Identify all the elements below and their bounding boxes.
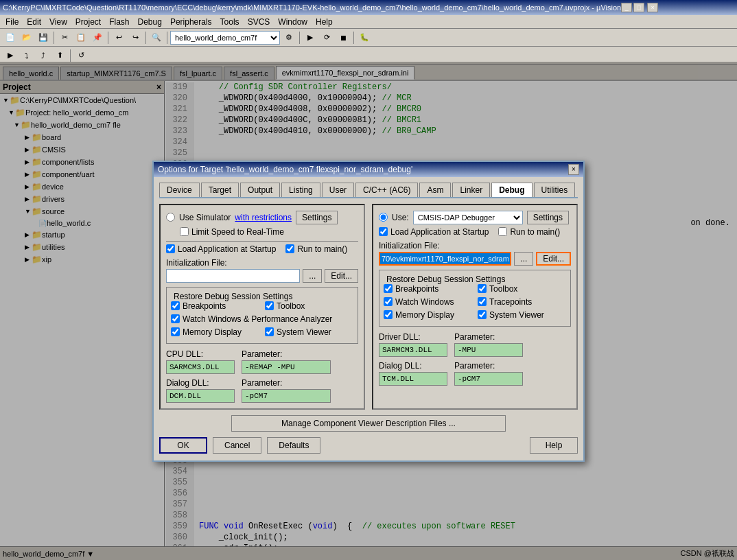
run-to-main-check-left[interactable] <box>285 244 294 253</box>
simulator-radio-row: Use Simulator with restrictions Settings <box>166 211 358 224</box>
maximize-button[interactable]: □ <box>633 3 644 12</box>
toolbox-check-right[interactable] <box>478 284 487 293</box>
menu-svcs[interactable]: SVCS <box>244 16 274 28</box>
debugger-settings-button[interactable]: Settings <box>527 211 569 224</box>
new-file-button[interactable]: 📄 <box>3 30 18 45</box>
init-file-edit-right[interactable]: Edit... <box>536 252 571 266</box>
load-app-row-right: Load Application at Startup Run to main(… <box>379 227 571 237</box>
tcm-param-input[interactable] <box>454 372 523 386</box>
load-app-check-left[interactable] <box>166 244 175 253</box>
minimize-button[interactable]: _ <box>621 3 632 12</box>
undo-button[interactable]: ↩ <box>111 30 126 45</box>
build-button[interactable]: ▶ <box>303 30 318 45</box>
simulator-radio[interactable] <box>166 213 175 222</box>
reset-button[interactable]: ↺ <box>73 48 89 63</box>
stop-button[interactable]: ⏹ <box>336 30 351 45</box>
system-viewer-check-right[interactable] <box>478 310 487 319</box>
paste-button[interactable]: 📌 <box>90 30 105 45</box>
tab-cxx-ac6[interactable]: C/C++ (AC6) <box>355 183 418 197</box>
dialog-dll-input-left[interactable] <box>166 389 235 403</box>
cancel-button[interactable]: Cancel <box>213 437 261 454</box>
breakpoints-check-right[interactable] <box>384 284 393 293</box>
tab-linker[interactable]: Linker <box>452 183 490 197</box>
ok-button[interactable]: OK <box>159 437 207 454</box>
init-file-dots-right[interactable]: ... <box>514 252 533 266</box>
dialog-param-input-left[interactable] <box>242 389 331 403</box>
cpu-param-input[interactable] <box>242 360 331 374</box>
simulator-label: Use Simulator <box>179 213 231 222</box>
driver-param-col: Parameter: <box>454 332 523 357</box>
menu-help[interactable]: Help <box>312 16 337 28</box>
save-button[interactable]: 💾 <box>36 30 51 45</box>
sep1 <box>54 32 54 44</box>
menu-tools[interactable]: Tools <box>216 16 244 28</box>
step-out-button[interactable]: ⬆ <box>52 48 67 63</box>
driver-param-input[interactable] <box>454 343 523 357</box>
tab-debug[interactable]: Debug <box>491 183 532 197</box>
init-file-dots-left[interactable]: ... <box>303 269 322 283</box>
restrictions-link[interactable]: with restrictions <box>235 213 292 222</box>
restore-section-right: Restore Debug Session Settings Breakpoin… <box>379 270 571 327</box>
simulator-settings-button[interactable]: Settings <box>296 211 338 224</box>
menu-peripherals[interactable]: Peripherals <box>166 16 216 28</box>
memory-display-check-right[interactable] <box>384 310 393 319</box>
watch-windows-label-right: Watch Windows <box>395 297 454 307</box>
breakpoints-row-left: Breakpoints <box>171 301 259 311</box>
menu-view[interactable]: View <box>45 16 71 28</box>
defaults-button[interactable]: Defaults <box>267 437 320 454</box>
tab-utilities[interactable]: Utilities <box>534 183 576 197</box>
memory-display-check-left[interactable] <box>171 327 180 336</box>
menu-debug[interactable]: Debug <box>134 16 166 28</box>
tcm-dll-input[interactable] <box>379 372 447 386</box>
sep7 <box>70 49 71 62</box>
debugger-combo[interactable]: CMSIS-DAP Debugger <box>413 211 523 224</box>
driver-dll-input[interactable] <box>379 343 447 357</box>
system-viewer-row-right: System Viewer <box>478 310 566 320</box>
close-button[interactable]: × <box>647 3 658 12</box>
tab-output[interactable]: Output <box>240 183 280 197</box>
init-file-input-left[interactable] <box>166 269 300 283</box>
menu-project[interactable]: Project <box>71 16 105 28</box>
watch-windows-check-right[interactable] <box>384 297 393 306</box>
step-button[interactable]: ⤵ <box>19 48 34 63</box>
help-button[interactable]: Help <box>530 437 578 454</box>
tab-user[interactable]: User <box>322 183 354 197</box>
manage-component-button[interactable]: Manage Component Viewer Description File… <box>231 415 506 432</box>
cpu-dll-input[interactable] <box>166 360 235 374</box>
tracepoints-check-right[interactable] <box>478 297 487 306</box>
find-button[interactable]: 🔍 <box>149 30 164 45</box>
tab-asm[interactable]: Asm <box>419 183 451 197</box>
rebuild-button[interactable]: ⟳ <box>319 30 334 45</box>
tab-listing[interactable]: Listing <box>281 183 320 197</box>
cut-button[interactable]: ✂ <box>57 30 72 45</box>
limit-speed-label: Limit Speed to Real-Time <box>191 227 284 237</box>
menu-flash[interactable]: Flash <box>105 16 133 28</box>
title-bar-buttons[interactable]: _ □ × <box>621 3 658 12</box>
system-viewer-check-left[interactable] <box>265 327 274 336</box>
menu-edit[interactable]: Edit <box>23 16 45 28</box>
run-to-main-check-right[interactable] <box>498 227 507 236</box>
use-label: Use: <box>392 213 409 222</box>
dialog-close-button[interactable]: × <box>568 164 579 175</box>
tab-device[interactable]: Device <box>159 183 200 197</box>
run-button[interactable]: ▶ <box>3 48 18 63</box>
init-file-edit-left[interactable]: Edit... <box>325 269 358 283</box>
debug-start-button[interactable]: 🐛 <box>357 30 372 45</box>
options-button[interactable]: ⚙ <box>281 30 296 45</box>
breakpoints-check-left[interactable] <box>171 301 180 310</box>
limit-speed-check[interactable] <box>180 227 189 236</box>
tab-target[interactable]: Target <box>201 183 239 197</box>
menu-file[interactable]: File <box>1 16 23 28</box>
init-file-input-right[interactable] <box>379 252 511 266</box>
open-file-button[interactable]: 📂 <box>19 30 34 45</box>
load-app-check-right[interactable] <box>379 227 388 236</box>
target-combo[interactable]: hello_world_demo_cm7f <box>170 31 280 45</box>
redo-button[interactable]: ↪ <box>128 30 143 45</box>
use-debugger-radio[interactable] <box>379 213 388 222</box>
copy-button[interactable]: 📋 <box>73 30 89 45</box>
load-app-row-left: Load Application at Startup Run to main(… <box>166 244 358 254</box>
toolbox-check-left[interactable] <box>265 301 274 310</box>
step-over-button[interactable]: ⤴ <box>36 48 51 63</box>
menu-window[interactable]: Window <box>274 16 312 28</box>
watch-windows-check-left[interactable] <box>171 314 180 323</box>
